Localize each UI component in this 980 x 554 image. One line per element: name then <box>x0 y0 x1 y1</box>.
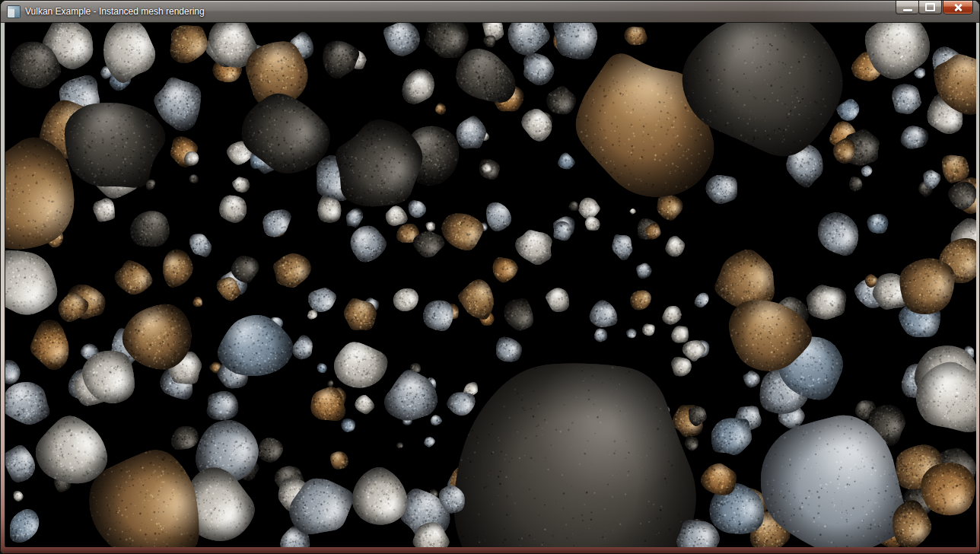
maximize-icon <box>925 3 935 11</box>
render-viewport[interactable] <box>5 23 976 547</box>
window-controls <box>896 1 973 14</box>
window-frame <box>1 23 979 553</box>
app-icon-pane-top <box>8 6 20 9</box>
viewport-frame <box>5 23 975 546</box>
title-bar[interactable]: Vulkan Example - Instanced mesh renderin… <box>1 1 979 23</box>
close-button[interactable] <box>943 1 973 14</box>
minimize-button[interactable] <box>896 1 918 14</box>
vulkan-example-window: Vulkan Example - Instanced mesh renderin… <box>0 0 980 554</box>
window-title: Vulkan Example - Instanced mesh renderin… <box>25 1 205 22</box>
app-icon[interactable] <box>7 5 21 18</box>
close-icon <box>953 3 963 12</box>
maximize-button[interactable] <box>918 1 942 14</box>
minimize-icon <box>903 9 912 11</box>
